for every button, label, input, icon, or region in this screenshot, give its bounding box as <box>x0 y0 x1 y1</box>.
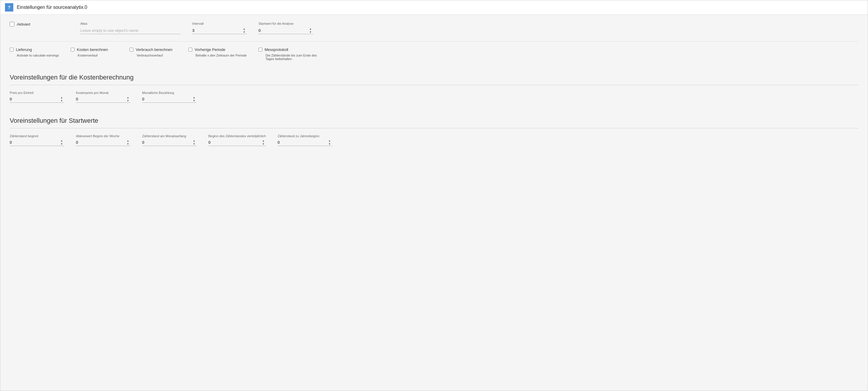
intervall-group: Intervall ▲ ▼ <box>192 22 247 34</box>
preis-einheit-up-button[interactable]: ▲ <box>59 96 64 99</box>
settings-window: ? Einstellungen für sourceanalytix.0 Akt… <box>0 0 868 391</box>
verbrauch-berechnen-header: Verbrauch berechnen <box>129 48 177 52</box>
monatliche-bezahlung-field: Monatliche Bezahlung ▲ ▼ <box>142 91 197 103</box>
messprotokoll-checkbox[interactable] <box>258 48 262 52</box>
monatliche-bezahlung-spinner-wrapper: ▲ ▼ <box>142 96 197 103</box>
startwert-down-button[interactable]: ▼ <box>308 31 313 34</box>
startwerte-section-title: Voreinstellungen für Startwerte <box>10 112 858 124</box>
kosten-fields-row: Preis pro Einheit ▲ ▼ Kostenpreis pro Mo… <box>10 91 858 103</box>
zaehlerstand-jahr-input[interactable] <box>278 139 327 146</box>
zaehlerstand-viertel-down-button[interactable]: ▼ <box>261 143 266 146</box>
vorherige-periode-desc: Behalte x den Zeitraum der Periode <box>188 54 247 57</box>
startwert-group: Startwert für die Analyse ▲ ▼ <box>258 22 313 34</box>
aktiviert-checkbox[interactable] <box>10 22 14 27</box>
kostenpreis-monat-up-button[interactable]: ▲ <box>125 96 130 99</box>
monatliche-bezahlung-label: Monatliche Bezahlung <box>142 91 197 94</box>
checkboxes-row: Lieferung Activate to calculate earnings… <box>10 48 858 63</box>
zaehlerstand-monat-down-button[interactable]: ▼ <box>192 143 197 146</box>
messprotokoll-header: Messprotokoll <box>258 48 323 52</box>
startwert-label: Startwert für die Analyse <box>258 22 313 25</box>
preis-einheit-input[interactable] <box>10 96 59 102</box>
preis-einheit-spinner-buttons: ▲ ▼ <box>59 96 64 102</box>
zaehlerstand-viertel-input[interactable] <box>209 139 261 146</box>
ablesewert-woche-down-button[interactable]: ▼ <box>125 143 130 146</box>
aktiviert-group: Aktiviert <box>10 22 69 27</box>
kosten-berechnen-checkbox[interactable] <box>71 48 74 52</box>
ablesewert-woche-input[interactable] <box>76 139 125 146</box>
monatliche-bezahlung-input[interactable] <box>142 96 192 102</box>
startwerte-section: Voreinstellungen für Startwerte Zählerst… <box>10 112 858 146</box>
window-title: Einstellungen für sourceanalytix.0 <box>17 5 87 10</box>
zaehlerstand-jahr-field: Zählerstand zu Jahresbeginn ▲ ▼ <box>278 134 332 146</box>
content-area: Aktiviert Alias Intervall ▲ ▼ <box>0 15 868 162</box>
zaehlerstand-monat-input[interactable] <box>142 139 192 146</box>
messprotokoll-item: Messprotokoll Die Zählerstände bis zum E… <box>258 48 335 61</box>
intervall-down-button[interactable]: ▼ <box>242 31 247 34</box>
kostenpreis-monat-input[interactable] <box>76 96 125 102</box>
ablesewert-woche-up-button[interactable]: ▲ <box>125 139 130 143</box>
alias-input[interactable] <box>81 27 181 34</box>
intervall-up-button[interactable]: ▲ <box>242 27 247 31</box>
messprotokoll-desc: Die Zählerstände bis zum Ende des Tages … <box>258 54 323 61</box>
kosten-berechnen-item: Kosten berechnen Kostenverlauf <box>71 48 129 61</box>
vorherige-periode-header: Vorherige Periode <box>188 48 247 52</box>
verbrauch-berechnen-desc: Verbrauchsverlauf <box>129 54 177 57</box>
top-divider <box>10 41 858 41</box>
zaehlerstand-beginnt-down-button[interactable]: ▼ <box>59 143 64 146</box>
title-bar: ? Einstellungen für sourceanalytix.0 <box>0 0 868 15</box>
zaehlerstand-jahr-down-button[interactable]: ▼ <box>327 143 332 146</box>
zaehlerstand-jahr-spinner-buttons: ▲ ▼ <box>327 139 332 146</box>
ablesewert-woche-spinner-buttons: ▲ ▼ <box>125 139 130 146</box>
alias-field-group: Alias <box>81 22 181 34</box>
startwert-spinner-buttons: ▲ ▼ <box>308 27 313 34</box>
zaehlerstand-beginnt-spinner-wrapper: ▲ ▼ <box>10 139 64 146</box>
kostenpreis-monat-down-button[interactable]: ▼ <box>125 99 130 102</box>
zaehlerstand-beginnt-label: Zählerstand beginnt <box>10 134 64 138</box>
kosten-berechnen-header: Kosten berechnen <box>71 48 118 52</box>
verbrauch-berechnen-checkbox[interactable] <box>129 48 133 52</box>
startwert-input[interactable] <box>258 27 308 34</box>
window-icon: ? <box>5 3 13 11</box>
zaehlerstand-beginnt-input[interactable] <box>10 139 59 146</box>
zaehlerstand-monat-label: Zählerstand am Monatsanfang <box>142 134 197 138</box>
zaehlerstand-monat-spinner-wrapper: ▲ ▼ <box>142 139 197 146</box>
lieferung-label: Lieferung <box>16 48 32 52</box>
zaehlerstand-jahr-up-button[interactable]: ▲ <box>327 139 332 143</box>
monatliche-bezahlung-down-button[interactable]: ▼ <box>192 99 197 102</box>
kosten-section: Voreinstellungen für die Kostenberechnun… <box>10 69 858 103</box>
zaehlerstand-viertel-spinner-buttons: ▲ ▼ <box>261 139 266 146</box>
zaehlerstand-monat-field: Zählerstand am Monatsanfang ▲ ▼ <box>142 134 197 146</box>
zaehlerstand-viertel-label: Beginn des Zählerstandes vierteljährlich <box>209 134 266 138</box>
zaehlerstand-monat-up-button[interactable]: ▲ <box>192 139 197 143</box>
ablesewert-woche-label: Ablesewert Beginn der Woche <box>76 134 130 138</box>
preis-einheit-down-button[interactable]: ▼ <box>59 99 64 102</box>
startwert-up-button[interactable]: ▲ <box>308 27 313 31</box>
monatliche-bezahlung-up-button[interactable]: ▲ <box>192 96 197 99</box>
zaehlerstand-viertel-field: Beginn des Zählerstandes vierteljährlich… <box>209 134 266 146</box>
zaehlerstand-jahr-spinner-wrapper: ▲ ▼ <box>278 139 332 146</box>
zaehlerstand-monat-spinner-buttons: ▲ ▼ <box>192 139 197 146</box>
messprotokoll-label: Messprotokoll <box>265 48 288 52</box>
verbrauch-berechnen-item: Verbrauch berechnen Verbrauchsverlauf <box>129 48 188 61</box>
zaehlerstand-viertel-up-button[interactable]: ▲ <box>261 139 266 143</box>
zaehlerstand-beginnt-field: Zählerstand beginnt ▲ ▼ <box>10 134 64 146</box>
intervall-spinner-buttons: ▲ ▼ <box>242 27 247 34</box>
vorherige-periode-checkbox[interactable] <box>188 48 192 52</box>
zaehlerstand-beginnt-spinner-buttons: ▲ ▼ <box>59 139 64 146</box>
zaehlerstand-jahr-label: Zählerstand zu Jahresbeginn <box>278 134 332 138</box>
preis-einheit-label: Preis pro Einheit <box>10 91 64 94</box>
lieferung-checkbox[interactable] <box>10 48 13 52</box>
lieferung-header: Lieferung <box>10 48 59 52</box>
startwerte-section-divider <box>10 128 858 128</box>
preis-einheit-spinner-wrapper: ▲ ▼ <box>10 96 64 103</box>
lieferung-item: Lieferung Activate to calculate earnings <box>10 48 71 61</box>
zaehlerstand-beginnt-up-button[interactable]: ▲ <box>59 139 64 143</box>
alias-label: Alias <box>81 22 181 25</box>
ablesewert-woche-spinner-wrapper: ▲ ▼ <box>76 139 130 146</box>
preis-einheit-field: Preis pro Einheit ▲ ▼ <box>10 91 64 103</box>
kosten-section-title: Voreinstellungen für die Kostenberechnun… <box>10 69 858 81</box>
intervall-input[interactable] <box>192 27 242 34</box>
kostenpreis-monat-spinner-buttons: ▲ ▼ <box>125 96 130 102</box>
kosten-berechnen-desc: Kostenverlauf <box>71 54 118 57</box>
intervall-spinner-wrapper: ▲ ▼ <box>192 27 247 34</box>
